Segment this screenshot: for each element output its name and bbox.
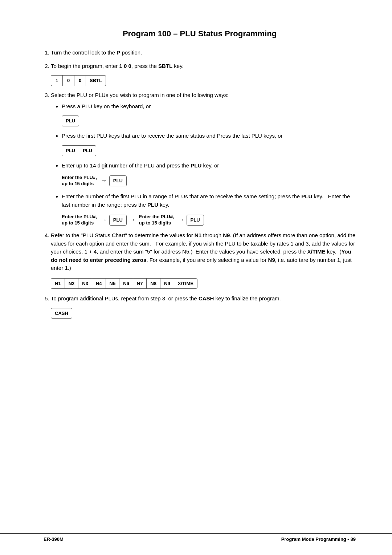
- bullet-3-1-keys: PLU: [62, 116, 356, 126]
- bullet-3-4: Enter the number of the first PLU in a r…: [62, 192, 356, 226]
- step-3-bullets: Press a PLU key on the keyboard, or PLU …: [62, 102, 356, 226]
- key-group-n-sequence: N1 N2 N3 N4 N5 N6 N7 N8 N9 X/TIME: [51, 278, 197, 289]
- step-4: Refer to the "PLU Status Chart" to deter…: [51, 231, 356, 289]
- plu-range-label-2-line1: Enter the PLU#,: [139, 214, 174, 220]
- steps-list: Turn the control lock to the P position.…: [51, 49, 356, 319]
- bullet-3-3: Enter up to 14 digit number of the PLU a…: [62, 161, 356, 187]
- arrow-2b: →: [129, 215, 135, 225]
- key-plu-last: PLU: [79, 145, 96, 156]
- key-sbtl: SBTL: [86, 75, 106, 86]
- bullet-3-2-keys: PLU PLU: [62, 145, 356, 156]
- bullet-3-4-diagram: Enter the PLU#, up to 15 digits → PLU → …: [62, 214, 356, 226]
- key-n1: N1: [51, 278, 65, 289]
- page-footer: ER-390M Program Mode Programming • 89: [0, 533, 392, 542]
- arrow-2a: →: [101, 215, 107, 225]
- key-plu-single: PLU: [62, 116, 79, 126]
- plu-label-1-line2: up to 15 digits: [62, 181, 94, 187]
- key-n8: N8: [146, 278, 160, 289]
- step-2-keys: 1 0 0 SBTL: [51, 75, 356, 86]
- key-n6: N6: [119, 278, 133, 289]
- bullet-3-3-diagram: Enter the PLU#, up to 15 digits → PLU: [62, 175, 356, 187]
- footer-page-info: Program Mode Programming • 89: [281, 536, 356, 542]
- key-group-plu-range-2: PLU: [187, 215, 204, 226]
- key-group-100-sbtl: 1 0 0 SBTL: [51, 75, 106, 86]
- key-n3: N3: [78, 278, 92, 289]
- key-n9: N9: [160, 278, 174, 289]
- step-5: To program additional PLUs, repeat from …: [51, 295, 356, 319]
- key-0b: 0: [74, 75, 86, 86]
- key-1: 1: [51, 75, 62, 86]
- bullet-3-4-text: Enter the number of the first PLU in a r…: [62, 193, 350, 208]
- plu-range-label-1-line2: up to 15 digits: [62, 220, 94, 226]
- page-title: Program 100 – PLU Status Programming: [44, 29, 356, 39]
- key-cash: CASH: [51, 308, 72, 319]
- bullet-3-2-text: Press the first PLU keys that are to rec…: [62, 133, 283, 139]
- key-plu-range-first: PLU: [109, 215, 127, 226]
- plu-label-1: Enter the PLU#, up to 15 digits: [62, 175, 97, 187]
- plu-range-label-1-line1: Enter the PLU#,: [62, 214, 97, 220]
- plu-range-label-1: Enter the PLU#, up to 15 digits: [62, 214, 97, 226]
- step-1-text: Turn the control lock to the P position.: [51, 49, 142, 56]
- key-0a: 0: [62, 75, 74, 86]
- step-3-text: Select the PLU or PLUs you wish to progr…: [51, 92, 228, 98]
- step-2-text: To begin the program, enter 1 0 0, press…: [51, 63, 184, 69]
- key-n7: N7: [133, 278, 147, 289]
- bullet-3-1: Press a PLU key on the keyboard, or PLU: [62, 102, 356, 126]
- bullet-3-3-text: Enter up to 14 digit number of the PLU a…: [62, 162, 219, 169]
- bullet-3-2: Press the first PLU keys that are to rec…: [62, 131, 356, 156]
- plu-label-1-line1: Enter the PLU#,: [62, 175, 97, 181]
- footer-model: ER-390M: [44, 536, 64, 542]
- key-n4: N4: [92, 278, 106, 289]
- bullet-3-1-text: Press a PLU key on the keyboard, or: [62, 103, 151, 109]
- key-group-plu1: PLU: [62, 116, 79, 126]
- step-4-text: Refer to the "PLU Status Chart" to deter…: [51, 232, 355, 271]
- step-1: Turn the control lock to the P position.: [51, 49, 356, 57]
- page: Program 100 – PLU Status Programming Tur…: [0, 0, 392, 555]
- step-5-keys: CASH: [51, 308, 356, 319]
- step-2: To begin the program, enter 1 0 0, press…: [51, 62, 356, 86]
- key-group-plu-range-1: PLU: [109, 215, 127, 226]
- step-3: Select the PLU or PLUs you wish to progr…: [51, 91, 356, 227]
- arrow-1: →: [101, 176, 107, 186]
- step-4-n-keys: N1 N2 N3 N4 N5 N6 N7 N8 N9 X/TIME: [51, 278, 356, 289]
- plu-range-label-2: Enter the PLU#, up to 15 digits: [139, 214, 174, 226]
- key-group-plu-arrow: PLU: [109, 175, 127, 186]
- key-n2: N2: [65, 278, 78, 289]
- step-5-text: To program additional PLUs, repeat from …: [51, 295, 281, 301]
- plu-range-label-2-line2: up to 15 digits: [139, 220, 171, 226]
- key-n5: N5: [106, 278, 119, 289]
- key-group-cash: CASH: [51, 308, 72, 319]
- key-plu-first: PLU: [62, 145, 79, 156]
- key-group-plu-plu: PLU PLU: [62, 145, 96, 156]
- arrow-2c: →: [178, 215, 184, 225]
- key-plu-numbered: PLU: [109, 175, 127, 186]
- key-xtime: X/TIME: [174, 278, 197, 289]
- key-plu-range-last: PLU: [187, 215, 204, 226]
